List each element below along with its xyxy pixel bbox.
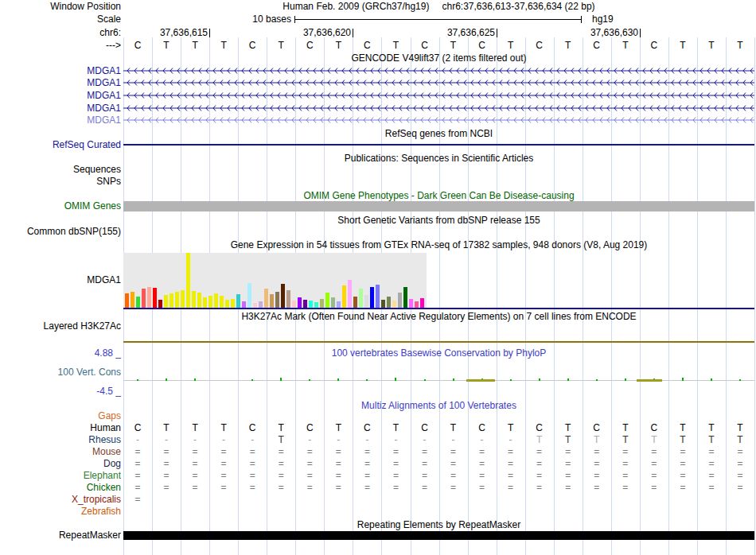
h3k27ac-signal-line[interactable] (123, 341, 754, 343)
species-label-human[interactable]: Human (0, 423, 121, 433)
track-label-refseq-curated[interactable]: RefSeq Curated (0, 140, 121, 150)
gtex-bar[interactable] (387, 297, 391, 308)
track-label-sequences[interactable]: Sequences (0, 165, 121, 175)
gtex-bar[interactable] (325, 293, 329, 308)
gtex-bar[interactable] (131, 292, 134, 308)
gtex-bar[interactable] (370, 287, 374, 308)
gtex-bar[interactable] (376, 285, 380, 308)
gtex-bar[interactable] (348, 280, 352, 308)
repeatmasker-bar[interactable] (123, 531, 754, 540)
gtex-bar[interactable] (320, 299, 324, 308)
transcript-line[interactable] (123, 114, 754, 126)
gtex-bar[interactable] (170, 293, 173, 308)
gtex-bar[interactable] (197, 293, 201, 308)
base-cell: = (324, 471, 353, 481)
omim-genes-bar[interactable] (123, 201, 754, 212)
track-label-gtex-gene[interactable]: MDGA1 (0, 275, 121, 285)
gene-label[interactable]: MDGA1 (0, 66, 121, 76)
gtex-bar[interactable] (415, 301, 419, 308)
base-cell: C (583, 41, 611, 51)
transcript-line[interactable] (123, 77, 754, 88)
gtex-bar[interactable] (192, 291, 196, 308)
base-cell: - (209, 435, 238, 445)
track-label-omim-genes[interactable]: OMIM Genes (0, 201, 121, 212)
gtex-bar[interactable] (158, 300, 162, 308)
gtex-bar[interactable] (403, 287, 407, 308)
gene-label[interactable]: MDGA1 (0, 78, 121, 88)
gtex-bar[interactable] (208, 296, 212, 308)
gene-label[interactable]: MDGA1 (0, 103, 121, 114)
base-cell: T (583, 435, 611, 445)
species-label-rhesus[interactable]: Rhesus (0, 435, 121, 445)
gtex-bar[interactable] (220, 296, 224, 308)
gtex-bar[interactable] (225, 300, 229, 308)
base-cell: C (640, 423, 668, 433)
track-label-repeatmasker[interactable]: RepeatMasker (0, 530, 121, 541)
transcript-line[interactable] (123, 90, 754, 101)
gtex-bar[interactable] (214, 293, 218, 308)
gtex-expression-plot[interactable] (123, 253, 427, 308)
track-label-cons[interactable]: 100 Vert. Cons (0, 367, 121, 378)
base-cell: = (267, 483, 295, 493)
refseq-gene-bar[interactable] (123, 144, 754, 146)
gtex-bar[interactable] (236, 294, 240, 308)
gtex-bar[interactable] (203, 297, 207, 308)
species-label-elephant[interactable]: Elephant (0, 471, 121, 481)
gtex-bar[interactable] (392, 301, 396, 308)
transcript-line[interactable] (123, 65, 754, 76)
gtex-bar[interactable] (337, 301, 341, 308)
coordinate-tick (353, 29, 353, 37)
base-cell: = (152, 471, 181, 481)
gtex-bar[interactable] (186, 253, 190, 308)
base-cell: T (324, 423, 353, 433)
gtex-bar[interactable] (353, 297, 357, 308)
gtex-bar[interactable] (331, 297, 335, 308)
species-label-zebrafish[interactable]: Zebrafish (0, 506, 121, 517)
species-label-dog[interactable]: Dog (0, 459, 121, 469)
gtex-bar[interactable] (292, 301, 296, 308)
gtex-bar[interactable] (247, 283, 251, 308)
track-label-h3k27ac[interactable]: Layered H3K27Ac (0, 321, 121, 332)
gtex-bar[interactable] (275, 292, 279, 308)
gtex-bar[interactable] (147, 287, 151, 308)
gtex-bar[interactable] (164, 295, 168, 308)
gtex-bar[interactable] (314, 302, 318, 308)
gtex-bar[interactable] (359, 289, 363, 308)
gtex-bar[interactable] (125, 293, 129, 308)
gene-label[interactable]: MDGA1 (0, 115, 121, 126)
gtex-bar[interactable] (264, 289, 268, 308)
gtex-bar[interactable] (286, 290, 290, 308)
base-cell: T (267, 423, 295, 433)
gtex-bar[interactable] (270, 294, 274, 308)
gtex-bar[interactable] (242, 301, 246, 308)
gtex-bar[interactable] (175, 292, 179, 308)
transcript-line[interactable] (123, 103, 754, 114)
gtex-bar[interactable] (281, 284, 285, 308)
base-cell: = (353, 471, 381, 481)
species-label-chicken[interactable]: Chicken (0, 483, 121, 493)
gtex-bar[interactable] (309, 301, 313, 308)
gtex-bar[interactable] (153, 288, 157, 308)
gtex-bar[interactable] (231, 299, 235, 308)
gtex-bar[interactable] (398, 293, 402, 308)
gtex-bar[interactable] (364, 295, 368, 308)
gtex-bar[interactable] (259, 301, 263, 308)
assembly-short-label: hg19 (592, 14, 614, 25)
species-label-gaps[interactable]: Gaps (0, 411, 121, 421)
gtex-bar[interactable] (342, 285, 346, 308)
track-label-snps[interactable]: SNPs (0, 177, 121, 187)
gtex-bar[interactable] (142, 289, 146, 308)
base-cell: = (554, 447, 583, 457)
gtex-bar[interactable] (409, 299, 413, 308)
gtex-bar[interactable] (181, 290, 185, 308)
base-cell: = (554, 471, 583, 481)
track-label-common-dbsnp[interactable]: Common dbSNP(155) (0, 227, 121, 237)
gtex-bar[interactable] (381, 300, 385, 308)
gene-label[interactable]: MDGA1 (0, 91, 121, 101)
gtex-bar[interactable] (303, 300, 307, 308)
species-label-mouse[interactable]: Mouse (0, 447, 121, 457)
gtex-bar[interactable] (420, 298, 424, 308)
gtex-bar[interactable] (298, 297, 302, 308)
species-label-x_tropicalis[interactable]: X_tropicalis (0, 495, 121, 505)
gtex-bar[interactable] (136, 297, 140, 308)
